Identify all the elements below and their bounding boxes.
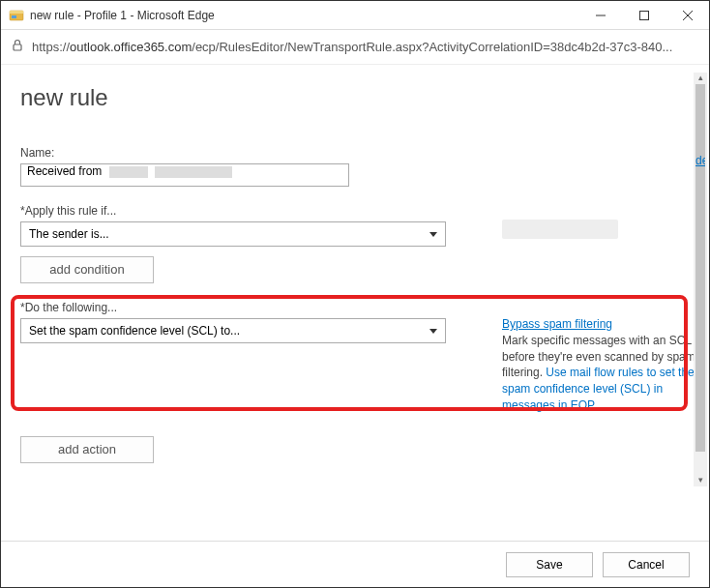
apply-if-section: *Apply this rule if... The sender is... …	[20, 204, 680, 283]
window-title: new rule - Profile 1 - Microsoft Edge	[30, 9, 578, 22]
url-domain: outlook.office365.com	[70, 40, 192, 54]
page-title: new rule	[20, 84, 680, 111]
app-icon	[9, 8, 24, 23]
svg-rect-2	[12, 15, 16, 18]
vertical-scrollbar[interactable]: ▴ ▾	[694, 73, 707, 486]
scroll-down-arrow[interactable]: ▾	[694, 475, 707, 486]
content-wrap: new rule Name: Received from *Apply this…	[1, 65, 709, 587]
window-titlebar: new rule - Profile 1 - Microsoft Edge	[1, 1, 709, 30]
address-bar: https://outlook.office365.com/ecp/RulesE…	[1, 30, 709, 65]
svg-rect-7	[14, 44, 21, 50]
cancel-button[interactable]: Cancel	[603, 552, 690, 577]
sender-side-info	[502, 220, 700, 239]
name-label: Name:	[20, 146, 680, 160]
scroll-up-arrow[interactable]: ▴	[694, 73, 707, 84]
bypass-spam-info: Bypass spam filtering Mark specific mess…	[502, 316, 700, 414]
dialog-footer: Save Cancel	[1, 541, 709, 587]
apply-if-label: *Apply this rule if...	[20, 204, 680, 218]
add-action-button[interactable]: add action	[20, 436, 154, 463]
minimize-button[interactable]	[578, 1, 622, 29]
svg-rect-1	[10, 11, 23, 14]
close-button[interactable]	[666, 1, 709, 29]
rule-name-input[interactable]: Received from	[20, 163, 349, 187]
window-controls	[578, 1, 709, 29]
name-section: Name: Received from	[20, 146, 680, 187]
add-condition-button[interactable]: add condition	[20, 256, 154, 283]
apply-if-dropdown[interactable]: The sender is...	[20, 221, 446, 247]
lock-icon	[11, 39, 24, 55]
page-content: new rule Name: Received from *Apply this…	[1, 65, 709, 541]
redacted-text	[155, 166, 232, 178]
maximize-button[interactable]	[622, 1, 666, 29]
do-following-label: *Do the following...	[20, 301, 680, 314]
background-link-fragment: de	[695, 154, 705, 167]
do-following-section: *Do the following... Set the spam confid…	[20, 301, 680, 531]
redacted-text	[109, 166, 148, 178]
svg-rect-4	[639, 11, 648, 19]
url-text[interactable]: https://outlook.office365.com/ecp/RulesE…	[32, 40, 699, 54]
bypass-spam-title-link[interactable]: Bypass spam filtering	[502, 317, 612, 331]
do-following-dropdown[interactable]: Set the spam confidence level (SCL) to..…	[20, 318, 446, 343]
save-button[interactable]: Save	[506, 552, 593, 577]
redacted-box	[502, 220, 618, 239]
scroll-thumb[interactable]	[695, 84, 705, 452]
